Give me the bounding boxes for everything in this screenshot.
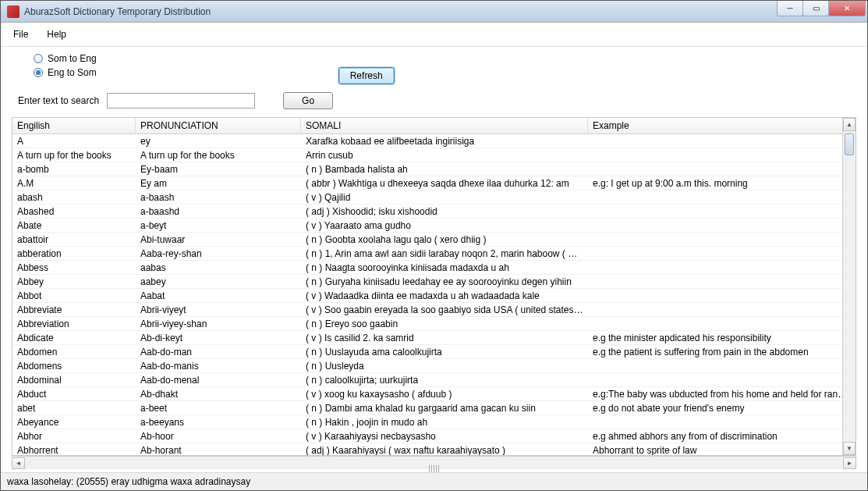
cell: Abdicate [12,333,136,343]
cell: Abbey [12,276,136,287]
cell: ( v ) Is casilid 2. ka samrid [301,333,588,343]
cell: a-baashd [136,206,301,217]
close-button[interactable]: ✕ [828,1,866,16]
refresh-button[interactable]: Refresh [338,67,395,84]
cell: e.g ahmed abhors any from of discriminat… [588,431,856,442]
grid-header: Engilish PRONUNCIATION SOMALI Example [12,118,856,134]
table-row[interactable]: A.M Ey am( abbr ) Wakhtiga u dhexeeya sa… [12,176,856,190]
cell: ( n ) caloolkujirta; uurkujirta [301,375,588,386]
search-input[interactable] [107,93,255,109]
cell: Abhor [12,431,136,442]
col-english[interactable]: Engilish [12,118,136,133]
table-row[interactable]: A turn up for the booksA turn up for the… [12,148,856,162]
table-row[interactable]: AbductAb-dhakt( v ) xoog ku kaxaysasho (… [12,387,856,401]
scroll-thumb[interactable] [845,133,854,155]
radio-icon [34,54,43,63]
table-row[interactable]: a-bombEy-baam( n ) Bambada halista ah [12,162,856,176]
cell: Abi-tuwaar [136,234,301,245]
vertical-scrollbar[interactable]: ▲ ▼ [842,118,856,455]
cell: ( n ) Uuslayuda ama caloolkujirta [301,347,588,358]
table-row[interactable]: Abasheda-baashd( adj ) Xishoodid; isku x… [12,205,856,219]
cell: aabey [136,276,301,287]
cell: ( n ) 1, Arin ama awl aan sidii larabay … [301,248,588,259]
cell: abet [12,403,136,414]
cell: Abbreviation [12,318,136,329]
cell: Abate [12,220,136,231]
table-row[interactable]: Abbeyaabey( n ) Guryaha kiniisadu leedah… [12,275,856,289]
cell: ( adj ) Kaarahiyaysi ( wax naftu karaahi… [301,445,588,456]
maximize-button[interactable]: ▭ [802,1,829,16]
scroll-left-icon[interactable]: ◄ [12,457,25,469]
cell: ( v ) xoog ku kaxaysasho ( afduub ) [301,389,588,400]
table-row[interactable]: abberationAaba-rey-shan( n ) 1, Arin ama… [12,247,856,261]
cell: aabas [136,262,301,273]
go-button[interactable]: Go [283,92,333,109]
table-row[interactable]: AbhorrentAb-horant( adj ) Kaarahiyaysi (… [12,443,856,455]
status-text: waxa lasohelay: (20555) eray udhigma wax… [7,476,250,487]
table-row[interactable]: AbdomenAab-do-man( n ) Uuslayuda ama cal… [12,345,856,359]
cell: Abeyance [12,417,136,428]
table-row[interactable]: abattoirAbi-tuwaar( n ) Goobta xoolaha l… [12,233,856,247]
cell: A [12,136,136,147]
app-window: AburazSoft Dictionary Temporary Distribu… [0,0,868,491]
horizontal-scrollbar[interactable]: ◄ ► [12,456,856,469]
radio-eng-to-som[interactable]: Eng to Som [34,67,97,78]
cell: a-beet [136,403,301,414]
table-row[interactable]: AbdomensAab-do-manis( n ) Uusleyda [12,359,856,373]
table-row[interactable]: AbbreviateAbrii-viyeyt( v ) Soo gaabin e… [12,303,856,317]
cell: a-beeyans [136,417,301,428]
scroll-right-icon[interactable]: ► [843,457,856,469]
cell: abash [12,192,136,203]
content-area: Som to Eng Eng to Som Refresh Enter text… [1,47,867,472]
table-row[interactable]: AbbotAabat( v ) Wadaadka diinta ee madax… [12,289,856,303]
menu-help[interactable]: Help [47,29,66,40]
minimize-button[interactable]: ─ [777,1,803,16]
table-row[interactable]: AbdominalAab-do-menal( n ) caloolkujirta… [12,373,856,387]
scroll-down-icon[interactable]: ▼ [843,442,856,455]
table-row[interactable]: AbdicateAb-di-keyt( v ) Is casilid 2. ka… [12,331,856,345]
col-somali[interactable]: SOMALI [301,118,588,133]
cell: Abdominal [12,375,136,386]
cell: a-beyt [136,220,301,231]
table-row[interactable]: Abeyancea-beeyans( n ) Hakin , joojin in… [12,415,856,429]
cell: Aab-do-menal [136,375,301,386]
table-row[interactable]: abasha-baash( v ) Qajilid [12,190,856,205]
cell: ( v ) Yaaraato ama gudho [301,220,588,231]
col-pronunciation[interactable]: PRONUNCIATION [136,118,301,133]
grid-body[interactable]: AeyXarafka kobaad ee alifbeetada ingirii… [12,134,856,455]
table-row[interactable]: Abbessaabas( n ) Naagta soorooyinka kini… [12,261,856,275]
col-example[interactable]: Example [588,118,856,133]
table-row[interactable]: Abatea-beyt( v ) Yaaraato ama gudho [12,219,856,233]
radio-icon-checked [34,68,43,77]
table-row[interactable]: AbbreviationAbrii-viyey-shan( n ) Ereyo … [12,317,856,331]
table-row[interactable]: AbhorAb-hoor( v ) Karaahiyaysi necbaysas… [12,429,856,443]
radio-som-to-eng[interactable]: Som to Eng [34,53,97,64]
cell: ( n ) Goobta xoolaha lagu qalo ( xero dh… [301,234,588,245]
direction-radio-group: Som to Eng Eng to Som [34,53,97,78]
scroll-up-icon[interactable]: ▲ [843,118,856,131]
menubar: File Help [1,23,867,47]
radio-label: Eng to Som [48,67,97,78]
table-row[interactable]: abeta-beet( n ) Dambi ama khalad ku garg… [12,401,856,415]
cell: Arrin cusub [301,150,588,161]
cell: abattoir [12,234,136,245]
search-row: Enter text to search Go [18,92,856,109]
cell: Ab-hoor [136,431,301,442]
cell: Aabat [136,290,301,301]
cell: Abhorrent [12,445,136,456]
cell: ( n ) Ereyo soo gaabin [301,318,588,329]
cell: Ey am [136,178,301,189]
cell: Aaba-rey-shan [136,248,301,259]
menu-file[interactable]: File [13,29,28,40]
hscroll-grip-icon [423,465,446,472]
cell: ( n ) Naagta soorooyinka kiniisada madax… [301,262,588,273]
cell: ( adj ) Xishoodid; isku xishoodid [301,206,588,217]
window-title: AburazSoft Dictionary Temporary Distribu… [24,6,211,17]
status-bar: waxa lasohelay: (20555) eray udhigma wax… [1,472,867,490]
cell: ( v ) Soo gaabin ereyada la soo gaabiyo … [301,304,588,315]
cell: ( n ) Dambi ama khalad ku gargaarid ama … [301,403,588,414]
cell: a-bomb [12,164,136,175]
cell: e.g do not abate your friend's enemy [588,403,856,414]
cell: Abduct [12,389,136,400]
table-row[interactable]: AeyXarafka kobaad ee alifbeetada ingirii… [12,134,856,148]
